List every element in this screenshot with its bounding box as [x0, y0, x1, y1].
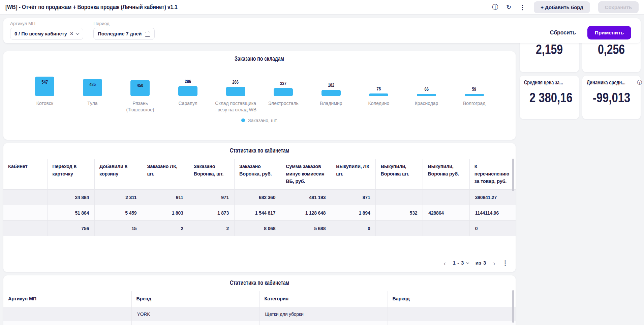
table-row: YORKЩетки для уборки — [3, 307, 516, 321]
vertical-scrollbar[interactable] — [512, 290, 514, 323]
bar[interactable] — [178, 86, 197, 96]
page-range-dropdown[interactable]: 1 - 3 — [453, 260, 469, 266]
bar-group[interactable]: 78Коледино — [355, 64, 403, 113]
dashboard-app: [WB] - Отчёт по продажам + Воронка прода… — [0, 0, 644, 325]
table-cell: 5 459 — [95, 205, 142, 221]
table-cell: 24 884 — [48, 190, 95, 205]
bar-group[interactable]: 182Владимир — [307, 64, 355, 113]
table-cell — [423, 190, 469, 205]
add-board-button[interactable]: + Добавить борд — [534, 1, 590, 13]
save-button[interactable]: Сохранить — [598, 1, 639, 13]
bar-category-label: Краснодар — [403, 100, 451, 107]
apply-button[interactable]: Применить — [587, 26, 631, 39]
reset-button[interactable]: Сбросить — [548, 29, 578, 36]
bar-category-label: Владимир — [307, 100, 355, 107]
table-cell: 1144114.96 — [469, 205, 516, 221]
table-header-row: КабинетПереход в карточкуДобавили в корз… — [3, 159, 516, 190]
bar-group[interactable]: 547Котовск — [21, 64, 69, 113]
vertical-scrollbar[interactable] — [512, 159, 514, 191]
table-title: Статистика по кабинетам — [230, 279, 289, 287]
bar-group[interactable]: 59Волгоград — [450, 64, 498, 113]
column-header: Выкупили, Воронка шт. — [376, 159, 423, 190]
column-header: Категория — [259, 291, 388, 307]
table-cell — [376, 190, 423, 205]
kebab-menu-icon[interactable]: ⋮ — [519, 4, 526, 10]
kpi-value: 0,256 — [598, 42, 625, 57]
column-header: К перечислению за товар, руб. — [469, 159, 516, 190]
chart-legend[interactable]: Заказано, шт. — [3, 118, 516, 123]
column-header: Заказано Воронка, руб. — [234, 159, 281, 190]
table-cell: 8 068 — [234, 221, 281, 236]
info-icon[interactable]: ⓘ — [492, 4, 498, 10]
kpi-card-avg-dynamics: Динамика средн... ⓘ -99,013 — [582, 76, 641, 119]
bar[interactable] — [274, 88, 293, 96]
bar[interactable] — [465, 94, 484, 96]
kpi-value: 2 380,16 — [529, 90, 573, 106]
period-select-value: Последние 7 дней — [98, 31, 142, 36]
column-header: Сумма заказов минус комиссия ВБ, руб. — [281, 159, 331, 190]
legend-label: Заказано, шт. — [248, 118, 278, 123]
table-cell: 0 — [331, 221, 376, 236]
refresh-icon[interactable]: ↻ — [506, 4, 511, 10]
bar-category-label: Рязань (Тюшевское) — [116, 100, 164, 113]
table-cell: 971 — [189, 190, 234, 205]
bar-value-label: 66 — [403, 86, 451, 92]
cabinets-stats-table-card: Статистика по кабинетам КабинетПереход в… — [3, 143, 516, 272]
table-row: 75615228 0685 68800 — [3, 221, 516, 236]
bar[interactable] — [321, 90, 341, 96]
column-header: Добавили в корзину — [95, 159, 142, 190]
bar-group[interactable]: 66Краснодар — [403, 64, 451, 113]
page-title: [WB] - Отчёт по продажам + Воронка прода… — [5, 3, 178, 11]
column-header: Заказано ЛК, шт. — [142, 159, 189, 190]
next-page-icon[interactable]: › — [493, 260, 495, 267]
article-select[interactable]: 0 / По всему кабинету × — [10, 28, 83, 40]
table-cell — [423, 221, 469, 236]
kpi-title: Средняя цена за... — [524, 80, 563, 86]
bar[interactable] — [369, 93, 388, 96]
top-bar-actions: ⓘ ↻ ⋮ + Добавить борд Сохранить — [492, 1, 639, 13]
table-cell: 1 803 — [142, 205, 189, 221]
bar-group[interactable]: 450Рязань (Тюшевское) — [116, 64, 164, 113]
table-cell — [3, 307, 131, 321]
bar-value-label: 227 — [259, 81, 307, 86]
bar-chart-bars: 547Котовск485Тула450Рязань (Тюшевское)28… — [3, 64, 516, 113]
bar-category-label: Волгоград — [450, 100, 498, 107]
table-cell: 1 544 817 — [234, 205, 281, 221]
chevron-down-icon — [466, 261, 469, 264]
bar-group[interactable]: 266Склад поставщика - везу на склад WB — [212, 64, 259, 113]
articles-stats-table: Артикул МПБрендКатегорияБаркодYORKЩетки … — [3, 291, 516, 325]
bar-category-label: Котовск — [21, 100, 69, 107]
clear-icon[interactable]: × — [70, 31, 73, 36]
table-cell — [3, 221, 48, 236]
filter-period-label: Период — [93, 21, 154, 26]
table-cell — [3, 205, 48, 221]
table-cell: 2 — [189, 221, 234, 236]
table-cell: 682 360 — [234, 190, 281, 205]
table-cell: 428864 — [423, 205, 469, 221]
kpi-value: -99,013 — [593, 90, 630, 106]
info-icon[interactable]: ⓘ — [637, 80, 642, 86]
bar-value-label: 266 — [212, 79, 259, 85]
table-cell: 2 — [142, 221, 189, 236]
table-cell: Афлора — [131, 321, 259, 325]
table-cell: YORK — [131, 307, 259, 321]
table-cell: 1 894 — [331, 205, 376, 221]
table-menu-icon[interactable]: ⋮ — [502, 259, 508, 267]
period-select[interactable]: Последние 7 дней — [93, 28, 154, 40]
bar-group[interactable]: 227Электросталь — [259, 64, 307, 113]
article-select-value: 0 / По всему кабинету — [14, 31, 67, 36]
table-cell: 871 — [331, 190, 376, 205]
table-cell — [376, 221, 423, 236]
table-row: 51 8645 4591 8031 8731 544 8171 128 6481… — [3, 205, 516, 221]
prev-page-icon[interactable]: ‹ — [443, 260, 446, 267]
bar-category-label: Коледино — [355, 100, 403, 107]
bar[interactable] — [226, 87, 245, 96]
chevron-down-icon[interactable] — [76, 31, 80, 35]
table-cell: 481 193 — [281, 190, 331, 205]
bar-group[interactable]: 485Тула — [69, 64, 117, 113]
kpi-value: 2,159 — [536, 42, 563, 57]
bar-group[interactable]: 286Сарапул — [164, 64, 212, 113]
pagination: ‹ 1 - 3 из 3 › ⋮ — [443, 259, 508, 267]
bar[interactable] — [417, 94, 436, 96]
calendar-icon[interactable] — [145, 32, 150, 37]
